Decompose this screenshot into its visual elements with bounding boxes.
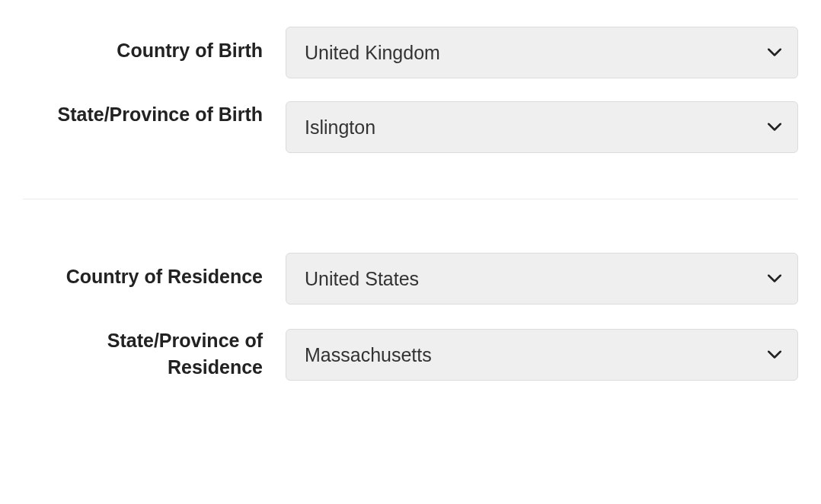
state-of-residence-label: State/Province of Residence <box>23 327 286 381</box>
state-of-birth-select-wrapper: Islington <box>286 101 798 153</box>
state-of-residence-select-wrapper: Massachusetts <box>286 329 798 381</box>
section-divider <box>23 199 798 199</box>
state-of-birth-label: State/Province of Birth <box>23 101 286 128</box>
state-of-birth-row: State/Province of Birth Islington <box>23 101 798 153</box>
country-of-birth-row: Country of Birth United Kingdom <box>23 27 798 78</box>
state-of-residence-select[interactable]: Massachusetts <box>286 329 798 381</box>
country-of-birth-select[interactable]: United Kingdom <box>286 27 798 78</box>
country-of-birth-select-wrapper: United Kingdom <box>286 27 798 78</box>
country-of-birth-label: Country of Birth <box>23 27 286 64</box>
country-of-residence-row: Country of Residence United States <box>23 253 798 305</box>
country-of-residence-select[interactable]: United States <box>286 253 798 305</box>
country-of-residence-label: Country of Residence <box>23 253 286 290</box>
state-of-residence-row: State/Province of Residence Massachusett… <box>23 327 798 381</box>
state-of-birth-select[interactable]: Islington <box>286 101 798 153</box>
country-of-residence-select-wrapper: United States <box>286 253 798 305</box>
